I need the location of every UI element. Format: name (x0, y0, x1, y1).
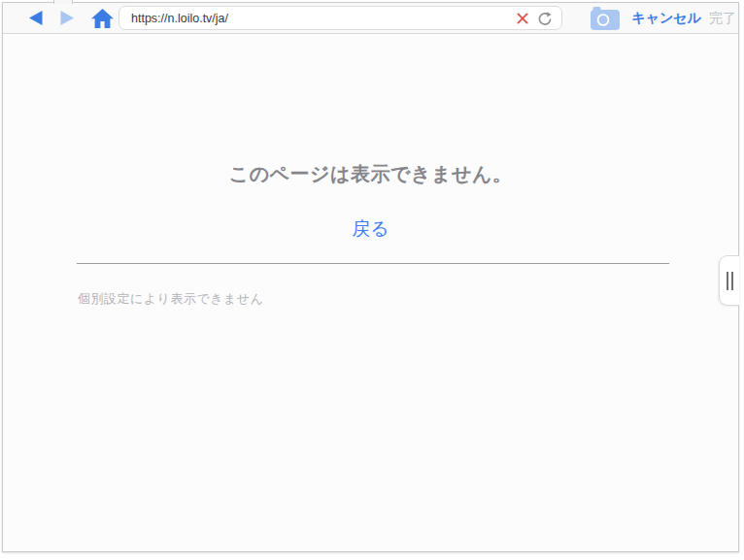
error-page: このページは表示できません。 戻る 個別設定により表示できません (3, 34, 738, 551)
note-text: 個別設定により表示できません (78, 290, 263, 308)
back-button[interactable] (27, 10, 44, 26)
camera-button[interactable] (591, 7, 620, 30)
top-notch (53, 0, 73, 4)
browser-toolbar: キャンセル 完了 (3, 3, 738, 34)
drawer-handle-icon (727, 272, 733, 290)
browser-window: キャンセル 完了 このページは表示できません。 戻る 個別設定により表示できませ… (2, 2, 739, 552)
back-link[interactable]: 戻る (3, 216, 738, 242)
screen: キャンセル 完了 このページは表示できません。 戻る 個別設定により表示できませ… (0, 0, 744, 560)
forward-button[interactable] (59, 10, 76, 26)
home-icon (91, 9, 114, 28)
forward-arrow-icon (59, 10, 76, 26)
reload-icon (538, 11, 553, 26)
reload-button[interactable] (538, 11, 553, 26)
divider (77, 263, 669, 264)
error-title: このページは表示できません。 (3, 161, 738, 187)
stop-x-icon (517, 13, 528, 24)
back-arrow-icon (27, 10, 44, 26)
cancel-button[interactable]: キャンセル (631, 10, 701, 27)
camera-icon (591, 7, 620, 30)
home-button[interactable] (91, 9, 114, 28)
drawer-handle[interactable] (719, 255, 739, 306)
stop-button[interactable] (517, 13, 528, 24)
url-bar[interactable] (118, 6, 562, 30)
done-button[interactable]: 完了 (709, 10, 736, 27)
url-input[interactable] (131, 12, 517, 25)
